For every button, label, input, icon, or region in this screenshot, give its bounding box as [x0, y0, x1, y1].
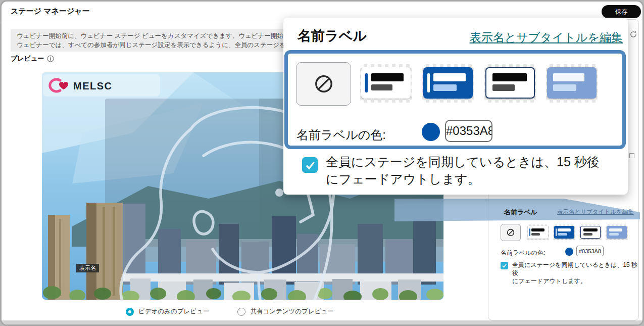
popup-label-style-white-accent-bar[interactable]	[360, 64, 412, 103]
check-icon	[305, 160, 316, 171]
popup-label-style-translucent-blue[interactable]	[546, 64, 598, 103]
sidebar-partial-checkbox[interactable]	[629, 153, 634, 158]
preview-section-header: プレビュー	[11, 54, 54, 63]
popup-name-label-title: 名前ラベル	[298, 27, 367, 45]
popup-color-swatch[interactable]	[422, 123, 440, 141]
radio-video-only-label: ビデオのみのプレビュー	[138, 307, 209, 316]
sidebar-color-label: 名前ラベルの色:	[501, 249, 545, 257]
popup-label-style-white-outline[interactable]	[484, 64, 536, 103]
no-label-icon	[507, 228, 515, 237]
radio-video-only[interactable]: ビデオのみのプレビュー	[126, 307, 209, 316]
page-title: ステージ マネージャー	[11, 7, 90, 16]
sidebar-label-style-white-outline[interactable]	[579, 224, 602, 240]
display-name-tag: 表示名	[76, 264, 99, 272]
melsc-logo-text: MELSC	[73, 80, 113, 91]
sidebar-sync-fadeout-checkbox[interactable]	[501, 262, 508, 269]
sidebar-color-swatch[interactable]	[565, 248, 573, 256]
popup-label-style-solid-blue[interactable]	[422, 64, 474, 103]
popup-label-style-none[interactable]	[296, 62, 351, 106]
preview-mode-radios: ビデオのみのプレビュー 共有コンテンツのプレビュー	[126, 307, 334, 316]
popup-sync-fadeout-text: 全員にステージを同期しているときは、15 秒後 にフェードアウトします。	[326, 153, 600, 188]
name-label-popup: 名前ラベル 表示名とサブタイトルを編集	[283, 18, 628, 195]
sidebar-name-label-title: 名前ラベル	[504, 208, 537, 217]
sidebar-label-style-translucent-blue[interactable]	[606, 224, 628, 240]
window-bottom-strip	[2, 320, 642, 326]
sidebar-label-style-solid-blue[interactable]	[553, 224, 575, 240]
refresh-icon[interactable]	[629, 30, 637, 38]
stage-manager-window: ステージ マネージャー 保存 ウェビナー開始前に、ウェビナー ステージ ビューを…	[0, 0, 644, 326]
sidebar-label-style-white-accent-bar[interactable]	[527, 224, 549, 240]
popup-color-label: 名前ラベルの色:	[296, 127, 386, 143]
popup-sync-fadeout-checkbox[interactable]	[302, 157, 318, 173]
check-icon	[502, 263, 507, 268]
save-button[interactable]: 保存	[602, 5, 641, 18]
sidebar-color-hex-input[interactable]	[576, 246, 604, 256]
info-icon[interactable]	[47, 55, 54, 62]
radio-selected-icon[interactable]	[126, 308, 134, 316]
preview-label: プレビュー	[11, 54, 44, 63]
popup-edit-display-name-link[interactable]: 表示名とサブタイトルを編集	[470, 30, 623, 45]
sidebar-sync-fadeout-text: 全員にステージを同期しているときは、15 秒後 にフェードアウトします。	[512, 261, 642, 285]
radio-unselected-icon[interactable]	[237, 308, 245, 316]
radio-shared-content-label: 共有コンテンツのプレビュー	[250, 307, 333, 316]
no-label-icon	[314, 74, 333, 94]
popup-color-hex-input[interactable]	[445, 120, 492, 142]
sidebar-edit-display-name-link[interactable]: 表示名とサブタイトルを編集	[557, 208, 632, 216]
sidebar-label-style-none[interactable]	[501, 224, 521, 241]
radio-shared-content[interactable]: 共有コンテンツのプレビュー	[237, 307, 333, 316]
